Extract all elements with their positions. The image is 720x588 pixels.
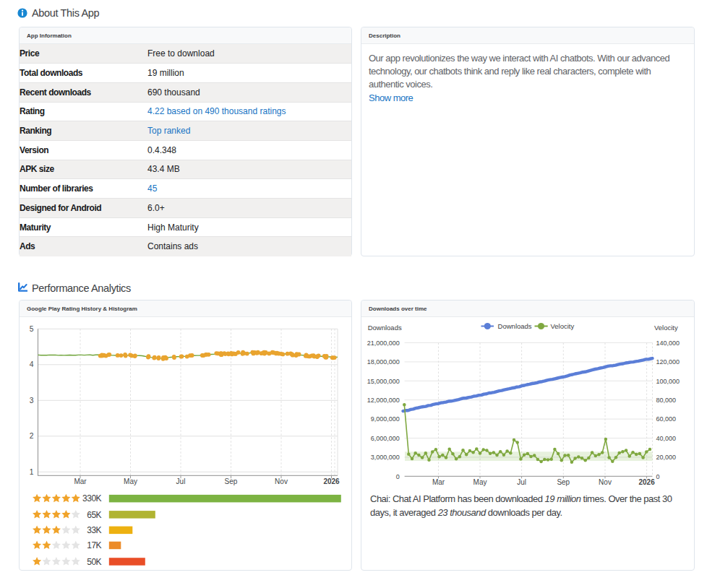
svg-text:3,000,000: 3,000,000: [371, 454, 400, 461]
svg-text:140,000: 140,000: [656, 340, 680, 347]
svg-text:1: 1: [30, 468, 34, 476]
svg-text:2026: 2026: [638, 478, 655, 486]
svg-text:May: May: [124, 477, 137, 485]
svg-text:Mar: Mar: [432, 478, 445, 486]
svg-text:33K: 33K: [87, 525, 101, 535]
svg-text:Downloads: Downloads: [498, 322, 532, 330]
svg-text:3: 3: [30, 397, 34, 405]
svg-text:9,000,000: 9,000,000: [371, 415, 400, 423]
svg-text:Downloads: Downloads: [368, 324, 402, 332]
svg-text:Jul: Jul: [517, 478, 526, 486]
svg-text:5: 5: [30, 325, 34, 333]
svg-text:120,000: 120,000: [656, 358, 680, 366]
svg-text:17K: 17K: [87, 540, 101, 550]
svg-text:12,000,000: 12,000,000: [367, 397, 400, 404]
svg-text:Jul: Jul: [176, 477, 186, 485]
svg-text:0: 0: [396, 473, 400, 480]
svg-text:60,000: 60,000: [656, 415, 677, 423]
svg-text:40,000: 40,000: [656, 435, 677, 442]
svg-text:Sep: Sep: [557, 478, 570, 486]
svg-text:Nov: Nov: [275, 477, 288, 485]
svg-text:80,000: 80,000: [656, 397, 677, 404]
svg-text:18,000,000: 18,000,000: [367, 358, 400, 366]
svg-text:21,000,000: 21,000,000: [367, 340, 400, 347]
svg-text:2: 2: [30, 432, 34, 440]
svg-text:100,000: 100,000: [656, 378, 680, 385]
svg-text:2026: 2026: [323, 477, 340, 485]
svg-text:Velocity: Velocity: [654, 324, 678, 332]
svg-text:Nov: Nov: [599, 478, 612, 486]
svg-text:4: 4: [30, 360, 34, 368]
svg-text:50K: 50K: [87, 557, 101, 567]
svg-text:330K: 330K: [82, 493, 102, 503]
svg-text:May: May: [473, 478, 487, 486]
svg-text:15,000,000: 15,000,000: [367, 378, 400, 385]
svg-text:0: 0: [656, 473, 660, 480]
svg-text:20,000: 20,000: [656, 454, 677, 461]
svg-text:Sep: Sep: [225, 477, 238, 485]
svg-text:6,000,000: 6,000,000: [371, 435, 400, 442]
svg-text:65K: 65K: [87, 510, 101, 520]
svg-text:Mar: Mar: [74, 477, 87, 485]
svg-text:Velocity: Velocity: [551, 322, 575, 330]
